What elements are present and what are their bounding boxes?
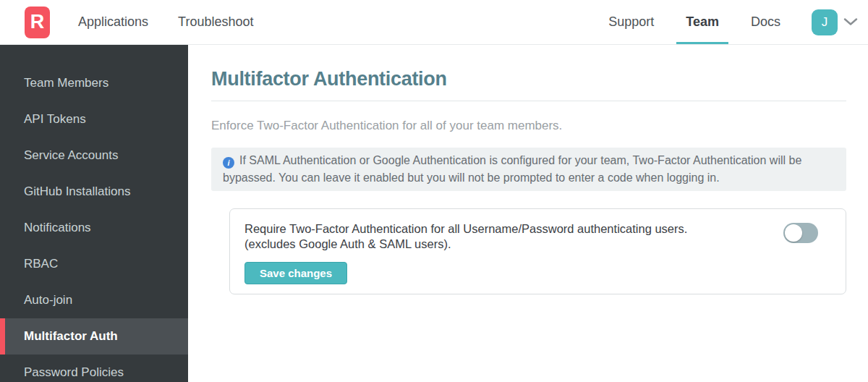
logo-letter: R xyxy=(30,11,45,33)
nav-label: Team xyxy=(686,14,719,30)
setting-row: Require Two-Factor Authentication for al… xyxy=(244,221,831,252)
setting-label-line1: Require Two-Factor Authentication for al… xyxy=(244,221,687,237)
setting-card: Require Two-Factor Authentication for al… xyxy=(229,208,846,294)
nav-label: Docs xyxy=(751,14,780,30)
info-icon: i xyxy=(223,157,234,169)
sidebar-item-auto-join[interactable]: Auto-join xyxy=(0,282,188,318)
nav-label: Troubleshoot xyxy=(178,14,253,30)
sidebar-item-label: RBAC xyxy=(24,257,58,271)
sidebar-item-multifactor-auth[interactable]: Multifactor Auth xyxy=(0,318,188,355)
page-body: Team Members API Tokens Service Accounts… xyxy=(0,45,868,382)
rollbar-logo[interactable]: R xyxy=(25,7,50,38)
page-subtitle: Enforce Two-Factor Authentication for al… xyxy=(211,119,846,133)
main-content: Multifactor Authentication Enforce Two-F… xyxy=(188,45,868,382)
setting-label-line2: (excludes Google Auth & SAML users). xyxy=(244,237,687,252)
sidebar-item-password-policies[interactable]: Password Policies xyxy=(0,355,188,382)
sidebar-item-notifications[interactable]: Notifications xyxy=(0,210,188,246)
sidebar-item-team-members[interactable]: Team Members xyxy=(0,65,188,101)
sidebar-item-label: GitHub Installations xyxy=(24,184,130,199)
sidebar-item-label: Auto-join xyxy=(24,293,72,307)
secondary-nav: Support Team Docs xyxy=(599,0,790,44)
chevron-down-icon[interactable] xyxy=(843,18,858,26)
top-nav: R Applications Troubleshoot Support Team… xyxy=(0,0,868,45)
primary-nav: Applications Troubleshoot xyxy=(69,0,263,44)
title-divider xyxy=(211,101,846,101)
avatar-initial: J xyxy=(822,15,828,30)
toggle-knob xyxy=(785,224,802,242)
nav-item-troubleshoot[interactable]: Troubleshoot xyxy=(169,0,263,44)
settings-sidebar: Team Members API Tokens Service Accounts… xyxy=(0,45,188,382)
sidebar-item-label: Password Policies xyxy=(24,365,124,380)
save-changes-button[interactable]: Save changes xyxy=(244,262,347,284)
sidebar-item-label: Team Members xyxy=(24,76,109,90)
sidebar-item-service-accounts[interactable]: Service Accounts xyxy=(0,137,188,174)
nav-label: Support xyxy=(608,14,654,30)
user-avatar[interactable]: J xyxy=(812,9,838,35)
sidebar-item-label: Notifications xyxy=(24,221,91,235)
nav-label: Applications xyxy=(78,14,148,30)
setting-label: Require Two-Factor Authentication for al… xyxy=(244,221,687,252)
page-title: Multifactor Authentication xyxy=(211,68,846,90)
info-banner: iIf SAML Authentication or Google Authen… xyxy=(211,148,846,191)
nav-item-support[interactable]: Support xyxy=(599,0,663,44)
two-factor-toggle[interactable] xyxy=(783,223,818,243)
sidebar-item-api-tokens[interactable]: API Tokens xyxy=(0,101,188,137)
sidebar-item-label: Service Accounts xyxy=(24,148,118,163)
sidebar-item-label: Multifactor Auth xyxy=(24,329,118,344)
nav-item-applications[interactable]: Applications xyxy=(69,0,158,44)
nav-item-docs[interactable]: Docs xyxy=(741,0,790,44)
nav-item-team[interactable]: Team xyxy=(676,0,728,44)
sidebar-item-rbac[interactable]: RBAC xyxy=(0,246,188,282)
sidebar-item-label: API Tokens xyxy=(24,112,86,127)
info-text: If SAML Authentication or Google Authent… xyxy=(223,154,801,184)
sidebar-item-github-installations[interactable]: GitHub Installations xyxy=(0,174,188,210)
